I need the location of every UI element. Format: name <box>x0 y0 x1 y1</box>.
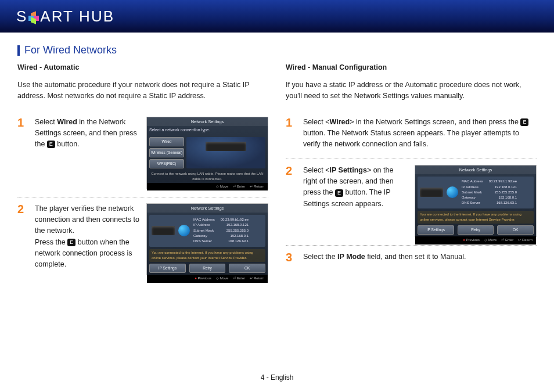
subtitle-manual: Wired - Manual Configuration <box>286 63 537 71</box>
screenshot-ip-settings: Network Settings MAC Address00:23:99:b1:… <box>415 165 537 237</box>
subtitle-automatic: Wired - Automatic <box>17 63 268 71</box>
device-icon <box>152 226 175 235</box>
step-number: 3 <box>286 251 296 263</box>
tv-btn-ipsettings: IP Settings <box>418 225 454 235</box>
auto-step-2: 2 The player verifies the network connec… <box>17 197 268 283</box>
tv-btn-retry: Retry <box>189 264 226 273</box>
cube-icon <box>28 12 39 23</box>
screenshot-network-type: Network Settings Select a network connec… <box>146 117 268 189</box>
tv-footer: ● Previous ◇ Move ⏎ Enter ↩ Return <box>415 236 536 244</box>
auto-step1-text: Select Wired in the Network Settings scr… <box>35 117 139 189</box>
section-mark-icon <box>17 45 20 56</box>
tv-btn-ipsettings: IP Settings <box>149 264 186 273</box>
tv-option-wireless: Wireless (General) <box>149 148 184 157</box>
auto-step-1: 1 Select Wired in the Network Settings s… <box>17 111 268 197</box>
tv-warning: You are connected to the Internet. If yo… <box>418 211 534 224</box>
enter-icon: E <box>47 141 55 148</box>
tv-info-table: MAC Address00:23:99:b1:92:ee IP Address1… <box>462 179 517 206</box>
tv-message: Connect to the network using LAN cable. … <box>147 171 268 183</box>
manual-step-2: 2 Select <IP Settings> on the right of t… <box>286 159 537 246</box>
globe-icon <box>178 225 190 236</box>
manual-step-1: 1 Select <Wired> in the Network Settings… <box>286 111 537 159</box>
section-title: For Wired Networks <box>24 44 117 56</box>
tv-btn-ok: OK <box>229 264 265 273</box>
tv-info-table: MAC Address00:23:99:b1:92:ee IP Address1… <box>193 217 249 244</box>
auto-step2-text: The player verifies the network connecti… <box>35 203 139 275</box>
tv-btn-retry: Retry <box>458 225 494 235</box>
step-number: 2 <box>17 203 28 275</box>
manual-step3-text: Select the IP Mode field, and then set i… <box>303 251 537 263</box>
step-number: 1 <box>17 117 28 189</box>
tv-title: Network Settings <box>147 204 268 213</box>
tv-preview <box>186 137 265 168</box>
page-banner: SART HUB <box>0 0 554 33</box>
banner-pre: S <box>16 8 27 25</box>
section-header: For Wired Networks <box>17 44 537 56</box>
tv-info-panel: MAC Address00:23:99:b1:92:ee IP Address1… <box>418 177 534 208</box>
enter-icon: E <box>335 189 343 197</box>
device-icon <box>206 142 246 151</box>
tv-title: Network Settings <box>415 166 536 175</box>
banner-mid: ART <box>40 8 74 25</box>
banner-post: HUB <box>79 8 114 25</box>
enter-icon: E <box>520 118 528 126</box>
tv-prompt: Select a network connection type. <box>147 126 268 134</box>
enter-icon: E <box>67 239 75 246</box>
tv-title: Network Settings <box>147 117 268 127</box>
screenshot-network-status: Network Settings MAC Address00:23:99:b1:… <box>146 203 268 275</box>
manual-step1-text: Select <Wired> in the Network Settings s… <box>303 117 537 150</box>
column-manual: Wired - Manual Configuration If you have… <box>286 63 537 283</box>
intro-manual: If you have a static IP address or the A… <box>286 80 537 102</box>
manual-step-3: 3 Select the IP Mode field, and then set… <box>286 246 537 271</box>
tv-footer: ◇ Move ⏎ Enter ↩ Return <box>147 183 268 190</box>
tv-footer: ● Previous ◇ Move ⏎ Enter ↩ Return <box>147 275 268 282</box>
step-number: 1 <box>286 117 296 150</box>
globe-icon <box>447 186 458 198</box>
page-footer: 4 - English <box>0 373 554 382</box>
tv-warning: You are connected to the Internet. If yo… <box>149 249 265 262</box>
intro-automatic: Use the automatic procedure if your netw… <box>17 80 268 102</box>
tv-info-panel: MAC Address00:23:99:b1:92:ee IP Address1… <box>149 215 265 246</box>
device-icon <box>420 188 443 197</box>
tv-option-wired: Wired <box>149 137 184 146</box>
tv-btn-ok: OK <box>497 225 534 235</box>
manual-step2-text: Select <IP Settings> on the right of the… <box>303 165 408 237</box>
tv-option-wps: WPS(PBC) <box>149 159 184 168</box>
banner-title: SART HUB <box>16 8 114 26</box>
content-area: For Wired Networks Wired - Automatic Use… <box>0 33 554 283</box>
column-automatic: Wired - Automatic Use the automatic proc… <box>17 63 268 283</box>
step-number: 2 <box>286 165 296 237</box>
